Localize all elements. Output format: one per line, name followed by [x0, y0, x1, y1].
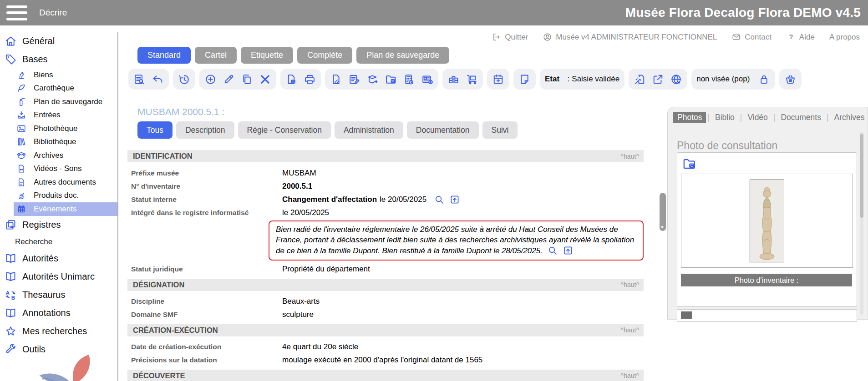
- field-value: Beaux-arts: [282, 297, 320, 306]
- flora-logo: [29, 354, 117, 381]
- sidebar-item[interactable]: Autorités Unimarc: [0, 268, 117, 286]
- toolbar-button[interactable]: [670, 73, 682, 85]
- toolbar-button[interactable]: [178, 73, 190, 85]
- toolbar-button[interactable]: [403, 73, 415, 85]
- tab-separator: |: [706, 113, 711, 122]
- sidebar-item[interactable]: Carothèque: [0, 82, 117, 95]
- media-tab[interactable]: Vidéo: [743, 112, 772, 123]
- toolbar-button[interactable]: [304, 73, 316, 85]
- sidebar-item[interactable]: Plan de sauvegarde: [0, 95, 117, 109]
- view-tab[interactable]: Standard: [137, 47, 191, 64]
- toolbar-button[interactable]: [330, 73, 342, 85]
- toolbar-button[interactable]: [466, 73, 478, 85]
- tab-separator: |: [825, 113, 830, 122]
- sidebar-item[interactable]: Entrées: [0, 109, 117, 122]
- sidebar-item[interactable]: Autres documents: [0, 175, 117, 189]
- record-tab[interactable]: Administration: [335, 121, 403, 139]
- topbar: Décrire Musée Flora Decalog Flora DEMO v…: [0, 0, 868, 25]
- toolbar-button[interactable]: [634, 73, 646, 85]
- sidebar-item[interactable]: Annotations: [0, 304, 117, 322]
- sidebar-item[interactable]: Evènements: [14, 202, 117, 216]
- field-value-text: le 20/05/2025: [282, 208, 329, 217]
- view-tab[interactable]: Plan de sauvegarde: [356, 47, 449, 64]
- sidebar-item[interactable]: Photothèque: [0, 122, 117, 135]
- note-action-icons: [547, 245, 574, 256]
- record-tab[interactable]: Régie - Conservation: [238, 121, 331, 139]
- sidebar-item[interactable]: Vidéos - Sons: [0, 162, 117, 176]
- toolbar-button[interactable]: [366, 73, 379, 85]
- toolbar-button[interactable]: [259, 73, 271, 85]
- utility-link-label: Aide: [799, 33, 815, 42]
- note-action-icon[interactable]: [563, 245, 574, 256]
- media-panel: |Photos|Biblio|Vidéo|Documents|Archives …: [667, 107, 868, 320]
- consultation-photo[interactable]: [750, 180, 784, 262]
- record-tab[interactable]: Description: [176, 121, 234, 139]
- panel-scrollbar-thumb[interactable]: [860, 134, 863, 218]
- media-tab[interactable]: Biblio: [711, 112, 739, 123]
- toolbar-button[interactable]: [385, 73, 397, 85]
- toolbar-button[interactable]: [447, 73, 460, 85]
- panel-collapse-handle[interactable]: ▸: [660, 193, 666, 231]
- toolbar-group: [779, 69, 802, 90]
- record-tab[interactable]: Documentation: [407, 121, 479, 139]
- sidebar-item[interactable]: Registres: [0, 216, 117, 234]
- top-link[interactable]: ^haut^: [621, 326, 639, 334]
- sidebar-item[interactable]: Bibliothèque: [0, 135, 117, 149]
- note-action-icon[interactable]: [547, 245, 558, 256]
- field-action-icon[interactable]: [449, 194, 460, 205]
- sidebar-item[interactable]: Biens: [0, 68, 117, 82]
- field-action-icon[interactable]: [434, 194, 445, 205]
- sidebar-item[interactable]: Général: [0, 32, 117, 50]
- field-label: Précisions sur la datation: [131, 356, 282, 364]
- toolbar: Etat : Saisie validée non visée (pop): [128, 69, 802, 90]
- field-value: 4e quart du 20e siècle: [282, 342, 358, 351]
- field-label: Domaine SMF: [131, 311, 282, 319]
- view-tab[interactable]: Etiquette: [241, 47, 293, 64]
- view-tab[interactable]: Complète: [297, 47, 352, 64]
- toolbar-button[interactable]: [133, 73, 146, 85]
- toolbar-button[interactable]: [348, 73, 360, 85]
- sidebar-item[interactable]: Autorités: [0, 250, 117, 268]
- toolbar-button[interactable]: [285, 73, 298, 85]
- field-value: moulage exécuté en 2000 d'après l'origin…: [282, 356, 482, 365]
- menu-icon[interactable]: [6, 5, 27, 20]
- utility-link[interactable]: ?Aide: [786, 32, 815, 42]
- toolbar-button[interactable]: [784, 73, 797, 85]
- record-tabs: Tous Description Régie - Conservation Ad…: [137, 121, 646, 139]
- top-link[interactable]: ^haut^: [621, 281, 639, 288]
- top-link[interactable]: ^haut^: [621, 153, 639, 160]
- sidebar-item[interactable]: Bases: [0, 50, 117, 68]
- media-tab[interactable]: Archives: [830, 112, 868, 123]
- sidebar-item-label: Carothèque: [34, 84, 74, 93]
- utility-link[interactable]: Contact: [731, 32, 772, 42]
- media-tab[interactable]: Photos: [673, 112, 706, 123]
- record-tab[interactable]: Suivi: [482, 121, 518, 139]
- sidebar-item-icon: AB: [5, 289, 17, 301]
- record-tab[interactable]: Tous: [137, 121, 173, 139]
- section-title: DÉCOUVERTE: [133, 371, 185, 380]
- media-tabs: |Photos|Biblio|Vidéo|Documents|Archives: [668, 107, 868, 123]
- media-tab[interactable]: Documents: [777, 112, 825, 123]
- sidebar-item[interactable]: Recherche: [0, 234, 117, 250]
- field-row: Précisions sur la datation moulage exécu…: [118, 354, 646, 367]
- utility-link[interactable]: A propos: [829, 33, 860, 42]
- toolbar-button[interactable]: [241, 73, 253, 85]
- toolbar-button[interactable]: [152, 73, 164, 85]
- panel-scrollbar[interactable]: [860, 132, 863, 315]
- sidebar-item[interactable]: Archives: [0, 149, 117, 162]
- toolbar-button[interactable]: [223, 73, 235, 85]
- sidebar-item[interactable]: Produits doc.: [0, 189, 117, 203]
- folder-image-icon[interactable]: [682, 156, 696, 171]
- visa-lock-button[interactable]: [758, 73, 770, 85]
- toolbar-button[interactable]: [204, 73, 217, 85]
- toolbar-group: [199, 69, 276, 90]
- field-label: Intégré dans le registre informatisé: [131, 209, 282, 217]
- top-link[interactable]: ^haut^: [621, 372, 639, 379]
- sidebar-item[interactable]: ABThesaurus: [0, 286, 117, 304]
- sidebar-item[interactable]: Mes recherches: [0, 322, 117, 341]
- toolbar-button[interactable]: [652, 73, 664, 85]
- toolbar-button[interactable]: [492, 73, 504, 85]
- view-tab[interactable]: Cartel: [195, 47, 237, 64]
- toolbar-button[interactable]: [421, 73, 433, 85]
- toolbar-button[interactable]: [518, 73, 531, 85]
